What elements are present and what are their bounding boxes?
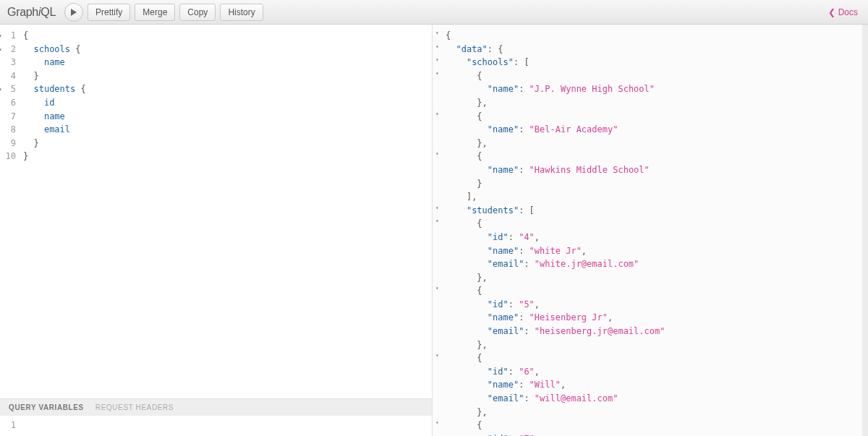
copy-button[interactable]: Copy xyxy=(179,4,216,21)
result-fold-gutter: ▾▾▾▾▾▾▾▾▾▾▾▾▾ xyxy=(435,29,443,436)
chevron-left-icon: ❮ xyxy=(828,7,835,17)
app-logo: GraphiQL xyxy=(7,6,56,19)
query-editor[interactable]: ▾1 ▾2 3 4 ▾5 6 7 8 9 10 { schools { name… xyxy=(0,25,432,398)
variables-header[interactable]: QUERY VARIABLES REQUEST HEADERS xyxy=(0,398,432,416)
result-pane[interactable]: ▾▾▾▾▾▾▾▾▾▾▾▾▾ { "data": { "schools": [ {… xyxy=(433,25,868,436)
tab-request-headers[interactable]: REQUEST HEADERS xyxy=(95,403,174,411)
execute-button[interactable] xyxy=(64,3,83,22)
query-pane: ▾1 ▾2 3 4 ▾5 6 7 8 9 10 { schools { name… xyxy=(0,25,433,436)
play-icon xyxy=(70,9,77,16)
result-scrollbar[interactable] xyxy=(857,26,861,425)
variables-gutter: 1 xyxy=(0,420,19,436)
line-gutter: ▾1 ▾2 3 4 ▾5 6 7 8 9 10 xyxy=(0,25,19,398)
prettify-button[interactable]: Prettify xyxy=(88,4,130,21)
docs-toggle[interactable]: ❮ Docs xyxy=(825,7,861,17)
result-json: { "data": { "schools": [ { "name": "J.P.… xyxy=(433,25,862,436)
history-button[interactable]: History xyxy=(220,4,263,21)
toolbar: GraphiQL Prettify Merge Copy History ❮ D… xyxy=(0,0,868,25)
variables-editor[interactable]: 1 xyxy=(0,416,432,436)
query-code[interactable]: { schools { name } students { id name em… xyxy=(19,25,432,398)
tab-query-variables[interactable]: QUERY VARIABLES xyxy=(9,403,84,411)
merge-button[interactable]: Merge xyxy=(135,4,175,21)
main-split: ▾1 ▾2 3 4 ▾5 6 7 8 9 10 { schools { name… xyxy=(0,25,868,436)
docs-label: Docs xyxy=(838,7,858,17)
